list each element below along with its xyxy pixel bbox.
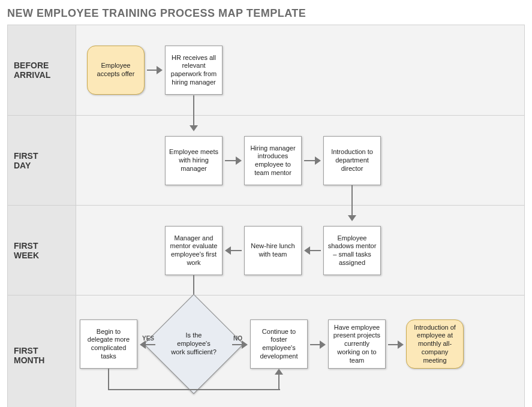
arrow (304, 156, 321, 165)
node-intro-mentor: Hiring manager introduces employee to te… (244, 136, 302, 185)
arrow (225, 156, 242, 165)
lane-label-month: FIRSTMONTH (8, 295, 76, 407)
arrow (310, 340, 326, 349)
lane-month: Is the employee's work sufficient? YES B… (76, 295, 524, 407)
elbow (108, 389, 280, 390)
lane-before: Employee accepts offer HR receives all r… (76, 25, 524, 115)
node-intro-director: Introduction to department director (323, 136, 381, 185)
lane-label-day: FIRSTDAY (8, 115, 76, 205)
node-monthly-meeting: Introduction of employee at monthly all-… (406, 319, 464, 369)
node-meet-manager: Employee meets with hiring manager (165, 136, 223, 185)
decision-sufficient: Is the employee's work sufficient? (144, 294, 244, 394)
arrow (147, 66, 163, 74)
elbow (108, 369, 109, 390)
node-hr-paperwork: HR receives all relevant paperwork from … (165, 46, 223, 95)
node-accept-offer: Employee accepts offer (87, 46, 145, 95)
arrow (225, 246, 242, 255)
node-delegate: Begin to delegate more complicated tasks (80, 319, 137, 369)
arrow (275, 369, 283, 390)
lane-label-week: FIRSTWEEK (8, 205, 76, 295)
arrow (388, 340, 404, 349)
label-no: NO (233, 335, 242, 342)
lane-week: Employee shadows mentor – small tasks as… (76, 205, 524, 295)
node-evaluate: Manager and mentor evaluate employee's f… (165, 226, 223, 275)
node-foster: Continue to foster employee's developmen… (250, 319, 308, 369)
label-yes: YES (142, 335, 154, 342)
node-shadow: Employee shadows mentor – small tasks as… (323, 226, 381, 275)
lane-day: Employee meets with hiring manager Hirin… (76, 115, 524, 205)
lane-label-before: BEFOREARRIVAL (8, 25, 76, 115)
process-map: BEFOREARRIVAL Employee accepts offer HR … (7, 25, 525, 407)
page-title: NEW EMPLOYEE TRAINING PROCESS MAP TEMPLA… (7, 7, 525, 20)
arrow (304, 246, 321, 255)
node-present: Have employee present projects currently… (328, 319, 386, 369)
node-lunch: New-hire lunch with team (244, 226, 302, 275)
